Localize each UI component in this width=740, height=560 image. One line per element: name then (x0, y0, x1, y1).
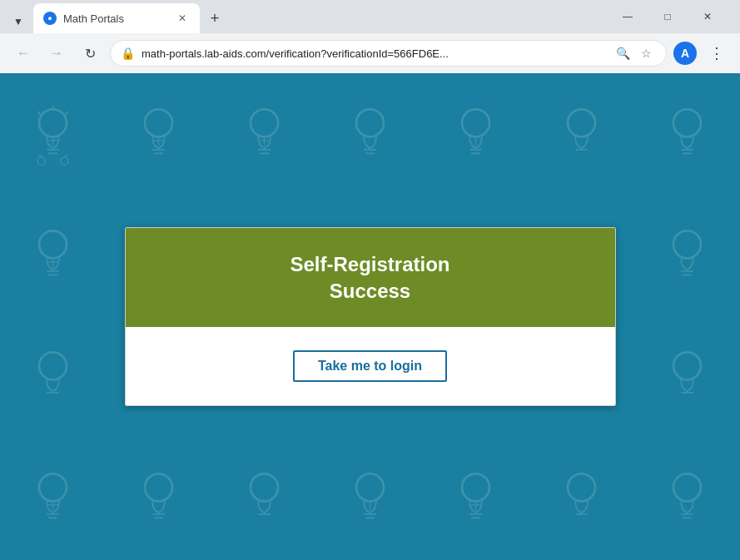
bg-bulb-1 (0, 73, 106, 195)
svg-point-55 (673, 230, 701, 258)
bg-bulb-22 (0, 439, 106, 560)
svg-point-89 (356, 474, 384, 502)
bg-bulb-7 (634, 73, 740, 195)
profile-button[interactable]: A (673, 42, 697, 65)
svg-point-0 (39, 109, 67, 136)
tab-bar: ▼ ● Math Portals ✕ + — □ ✕ (0, 0, 740, 33)
back-button[interactable]: ← (10, 40, 37, 67)
bg-bulb-24 (211, 439, 317, 560)
bg-bulb-4 (317, 73, 423, 195)
bg-bulb-6 (529, 73, 634, 195)
card-body: Take me to login (126, 327, 615, 405)
address-bar[interactable]: 🔒 math-portals.lab-aids.com/verification… (110, 40, 667, 67)
svg-point-93 (462, 474, 489, 502)
svg-point-8 (37, 157, 45, 165)
url-text: math-portals.lab-aids.com/verification?v… (142, 47, 606, 60)
bg-bulb-27 (529, 439, 634, 560)
svg-line-6 (37, 112, 41, 115)
take-me-to-login-button[interactable]: Take me to login (293, 350, 447, 382)
tab-favicon: ● (43, 12, 57, 25)
browser-menu-button[interactable]: ⋮ (703, 40, 730, 67)
svg-point-84 (145, 474, 172, 502)
lock-icon: 🔒 (121, 47, 135, 60)
bg-bulb-25 (317, 439, 423, 560)
svg-line-7 (65, 112, 68, 115)
bookmark-icon[interactable]: ☆ (636, 43, 656, 63)
svg-point-98 (568, 474, 595, 502)
svg-point-58 (39, 352, 67, 379)
bg-bulb-2 (106, 73, 211, 195)
close-button[interactable]: ✕ (688, 3, 727, 30)
card-header: Self-Registration Success (126, 228, 615, 326)
svg-point-29 (568, 109, 595, 136)
page-content: Self-Registration Success Take me to log… (0, 73, 740, 560)
new-tab-button[interactable]: + (203, 7, 226, 30)
browser-tab[interactable]: ● Math Portals ✕ (33, 3, 200, 33)
bg-bulb-21 (634, 317, 740, 439)
svg-point-77 (673, 352, 701, 379)
bg-bulb-3 (211, 73, 317, 195)
svg-point-22 (356, 109, 384, 136)
refresh-button[interactable]: ↻ (77, 40, 103, 67)
registration-card: Self-Registration Success Take me to log… (125, 227, 616, 405)
browser-frame: ▼ ● Math Portals ✕ + — □ ✕ ← → ↻ 🔒 math-… (0, 0, 740, 560)
window-controls: — □ ✕ (602, 3, 733, 30)
tab-title: Math Portals (63, 12, 168, 25)
bg-bulb-26 (423, 439, 529, 560)
bg-bulb-14 (634, 195, 740, 316)
svg-point-25 (462, 109, 489, 136)
svg-point-9 (61, 157, 68, 165)
svg-point-100 (673, 474, 701, 502)
search-bar-icon[interactable]: 🔍 (613, 43, 633, 63)
bg-bulb-5 (423, 73, 529, 195)
bg-bulb-8 (0, 195, 106, 316)
bg-bulb-15 (0, 317, 106, 439)
minimize-button[interactable]: — (608, 3, 647, 30)
navigation-bar: ← → ↻ 🔒 math-portals.lab-aids.com/verifi… (0, 33, 740, 73)
svg-point-87 (251, 474, 278, 502)
forward-button[interactable]: → (43, 40, 70, 67)
svg-point-79 (39, 474, 67, 502)
tab-close-button[interactable]: ✕ (175, 11, 190, 26)
svg-point-34 (39, 230, 67, 258)
tab-dropdown-button[interactable]: ▼ (7, 10, 30, 33)
bg-bulb-28 (634, 439, 740, 560)
svg-point-12 (145, 109, 172, 136)
maximize-button[interactable]: □ (648, 3, 687, 30)
svg-point-31 (673, 109, 701, 136)
svg-point-17 (251, 109, 278, 136)
bg-bulb-23 (106, 439, 211, 560)
success-title: Self-Registration Success (142, 251, 598, 303)
